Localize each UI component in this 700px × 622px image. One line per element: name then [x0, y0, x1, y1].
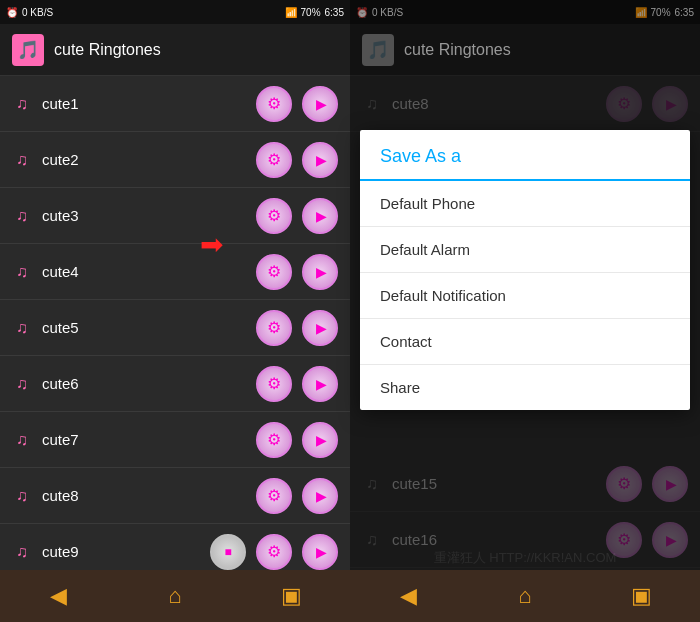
gear-icon: ⚙ [267, 94, 281, 113]
left-bottom-nav: ◀ ⌂ ▣ [0, 570, 350, 622]
list-item: ♫ cute8 ⚙ ▶ [0, 468, 350, 524]
left-ringtone-list: ♫ cute1 ⚙ ▶ ♫ cute2 ⚙ ▶ ♫ cute3 ⚙ ▶ ♫ cu… [0, 76, 350, 570]
list-item: ♫ cute5 ⚙ ▶ [0, 300, 350, 356]
windows-button[interactable]: ▣ [268, 576, 316, 616]
ringtone-name: cute5 [42, 319, 246, 336]
left-status-bar: ⏰ 0 KB/S 📶 70% 6:35 [0, 0, 350, 24]
list-item: ♫ cute1 ⚙ ▶ [0, 76, 350, 132]
play-icon: ▶ [316, 544, 327, 560]
windows-icon: ▣ [631, 583, 652, 609]
ringtone-name: cute8 [42, 487, 246, 504]
play-icon: ▶ [316, 264, 327, 280]
note-icon: ♫ [12, 487, 32, 505]
right-back-button[interactable]: ◀ [384, 576, 432, 616]
settings-button[interactable]: ⚙ [256, 86, 292, 122]
left-battery: 70% [301, 7, 321, 18]
play-button[interactable]: ▶ [302, 310, 338, 346]
play-icon: ▶ [316, 320, 327, 336]
play-button[interactable]: ▶ [302, 478, 338, 514]
back-icon: ◀ [50, 583, 67, 609]
play-icon: ▶ [316, 208, 327, 224]
gear-icon: ⚙ [267, 542, 281, 561]
home-icon: ⌂ [518, 583, 531, 609]
ringtone-name: cute2 [42, 151, 246, 168]
settings-button[interactable]: ⚙ [256, 198, 292, 234]
right-panel: ⏰ 0 KB/S 📶 70% 6:35 🎵 cute Ringtones ♫ c… [350, 0, 700, 622]
gear-icon: ⚙ [267, 318, 281, 337]
stop-button[interactable]: ■ [210, 534, 246, 570]
settings-button[interactable]: ⚙ [256, 254, 292, 290]
gear-icon: ⚙ [267, 206, 281, 225]
modal-overlay: Save As a Default Phone Default Alarm De… [350, 0, 700, 570]
home-button[interactable]: ⌂ [151, 576, 199, 616]
red-arrow: ➡ [200, 228, 223, 261]
gear-icon: ⚙ [267, 374, 281, 393]
ringtone-name: cute7 [42, 431, 246, 448]
play-icon: ▶ [316, 432, 327, 448]
settings-button[interactable]: ⚙ [256, 310, 292, 346]
left-app-icon: 🎵 [12, 34, 44, 66]
note-icon: ♫ [12, 207, 32, 225]
left-panel: ⏰ 0 KB/S 📶 70% 6:35 🎵 cute Ringtones ♫ c… [0, 0, 350, 622]
home-icon: ⌂ [168, 583, 181, 609]
play-icon: ▶ [316, 376, 327, 392]
note-icon: ♫ [12, 263, 32, 281]
modal-title: Save As a [360, 130, 690, 181]
menu-item-contact[interactable]: Contact [360, 319, 690, 365]
note-icon: ♫ [12, 319, 32, 337]
ringtone-name: cute1 [42, 95, 246, 112]
gear-icon: ⚙ [267, 150, 281, 169]
play-icon: ▶ [316, 488, 327, 504]
gear-icon: ⚙ [267, 486, 281, 505]
settings-button[interactable]: ⚙ [256, 478, 292, 514]
windows-icon: ▣ [281, 583, 302, 609]
note-icon: ♫ [12, 151, 32, 169]
play-button[interactable]: ▶ [302, 534, 338, 570]
play-button[interactable]: ▶ [302, 366, 338, 402]
settings-button[interactable]: ⚙ [256, 366, 292, 402]
note-icon: ♫ [12, 543, 32, 561]
right-home-button[interactable]: ⌂ [501, 576, 549, 616]
menu-item-share[interactable]: Share [360, 365, 690, 410]
menu-item-default-phone[interactable]: Default Phone [360, 181, 690, 227]
menu-item-default-alarm[interactable]: Default Alarm [360, 227, 690, 273]
settings-button[interactable]: ⚙ [256, 534, 292, 570]
back-button[interactable]: ◀ [34, 576, 82, 616]
list-item: ♫ cute2 ⚙ ▶ [0, 132, 350, 188]
play-button[interactable]: ▶ [302, 254, 338, 290]
play-button[interactable]: ▶ [302, 86, 338, 122]
ringtone-name: cute3 [42, 207, 246, 224]
left-kb-stat: 0 KB/S [22, 7, 53, 18]
save-as-dialog: Save As a Default Phone Default Alarm De… [360, 130, 690, 410]
settings-button[interactable]: ⚙ [256, 422, 292, 458]
list-item: ♫ cute7 ⚙ ▶ [0, 412, 350, 468]
list-item-cute4: ♫ cute4 ⚙ ▶ [0, 244, 350, 300]
right-bottom-nav: ◀ ⌂ ▣ [350, 570, 700, 622]
settings-button[interactable]: ⚙ [256, 142, 292, 178]
left-app-title: cute Ringtones [54, 41, 161, 59]
menu-item-default-notification[interactable]: Default Notification [360, 273, 690, 319]
play-icon: ▶ [316, 152, 327, 168]
list-item-cute9: ♫ cute9 ■ ⚙ ▶ [0, 524, 350, 570]
gear-icon: ⚙ [267, 262, 281, 281]
left-app-header: 🎵 cute Ringtones [0, 24, 350, 76]
back-icon: ◀ [400, 583, 417, 609]
play-button[interactable]: ▶ [302, 142, 338, 178]
right-windows-button[interactable]: ▣ [618, 576, 666, 616]
note-icon: ♫ [12, 431, 32, 449]
ringtone-name: cute6 [42, 375, 246, 392]
note-icon: ♫ [12, 375, 32, 393]
note-icon: ♫ [12, 95, 32, 113]
left-time: 6:35 [325, 7, 344, 18]
left-alarm-icon: ⏰ [6, 7, 18, 18]
stop-icon: ■ [224, 545, 231, 559]
left-signal-icon: 📶 [285, 7, 297, 18]
play-button[interactable]: ▶ [302, 198, 338, 234]
ringtone-name: cute4 [42, 263, 246, 280]
gear-icon: ⚙ [267, 430, 281, 449]
ringtone-name: cute9 [42, 543, 200, 560]
play-button[interactable]: ▶ [302, 422, 338, 458]
list-item: ♫ cute3 ⚙ ▶ [0, 188, 350, 244]
play-icon: ▶ [316, 96, 327, 112]
list-item: ♫ cute6 ⚙ ▶ [0, 356, 350, 412]
